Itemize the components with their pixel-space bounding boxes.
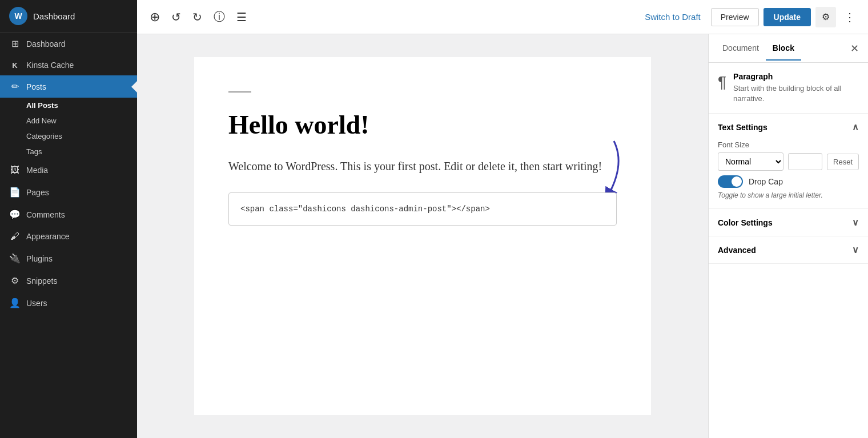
more-options-button[interactable]: ⋮ xyxy=(841,8,859,26)
sidebar-item-pages[interactable]: 📄 Pages xyxy=(0,181,137,203)
sidebar-item-media[interactable]: 🖼 Media xyxy=(0,159,137,181)
users-icon: 👤 xyxy=(9,298,21,308)
reset-font-size-button[interactable]: Reset xyxy=(827,154,859,170)
text-settings-header[interactable]: Text Settings ∧ xyxy=(709,114,868,140)
code-block[interactable]: <span class="dashicons dashicons-admin-p… xyxy=(228,192,617,226)
sidebar-item-label: Snippets xyxy=(26,276,57,286)
post-title[interactable]: Hello world! xyxy=(228,110,617,140)
tab-document[interactable]: Document xyxy=(716,37,766,61)
sidebar-item-snippets[interactable]: ⚙ Snippets xyxy=(0,270,137,292)
list-icon: ☰ xyxy=(236,10,247,24)
editor-content[interactable]: Hello world! Welcome to WordPress. This … xyxy=(194,57,651,415)
editor-area: Hello world! Welcome to WordPress. This … xyxy=(137,34,868,438)
sidebar: W Dashboard ⊞ Dashboard K Kinsta Cache ✏… xyxy=(0,0,137,438)
sidebar-item-dashboard[interactable]: ⊞ Dashboard xyxy=(0,33,137,55)
drop-cap-label: Drop Cap xyxy=(749,177,783,186)
media-icon: 🖼 xyxy=(9,165,21,175)
preview-button[interactable]: Preview xyxy=(711,8,759,26)
text-settings-title: Text Settings xyxy=(718,123,767,132)
posts-icon: ✏ xyxy=(9,81,21,92)
sidebar-item-label: Pages xyxy=(26,188,49,197)
advanced-chevron: ∨ xyxy=(852,244,859,255)
font-size-row: Normal Small Medium Large Huge Reset xyxy=(718,152,859,171)
sidebar-logo[interactable]: W Dashboard xyxy=(0,0,137,33)
drop-cap-toggle-row: Drop Cap xyxy=(718,175,859,188)
text-settings-chevron: ∧ xyxy=(852,122,859,132)
switch-to-draft-button[interactable]: Switch to Draft xyxy=(639,9,706,25)
drop-cap-toggle[interactable] xyxy=(718,175,743,188)
sidebar-item-comments[interactable]: 💬 Comments xyxy=(0,203,137,226)
color-settings-header[interactable]: Color Settings ∨ xyxy=(709,209,868,236)
advanced-header[interactable]: Advanced ∨ xyxy=(709,236,868,263)
block-info: ¶ Paragraph Start with the building bloc… xyxy=(709,63,868,114)
redo-button[interactable]: ↻ xyxy=(189,7,206,27)
block-name: Paragraph xyxy=(733,72,859,81)
submenu-categories[interactable]: Categories xyxy=(0,128,137,144)
block-description: Start with the building block of all nar… xyxy=(733,83,859,104)
sidebar-item-label: Plugins xyxy=(26,254,53,263)
info-icon: ⓘ xyxy=(214,9,225,25)
sidebar-item-plugins[interactable]: 🔌 Plugins xyxy=(0,247,137,270)
main-area: ⊕ ↺ ↻ ⓘ ☰ Switch to Draft Preview Update… xyxy=(137,0,868,438)
code-block-wrapper: <span class="dashicons dashicons-admin-p… xyxy=(228,192,617,226)
wp-logo-icon: W xyxy=(9,7,27,25)
toolbar: ⊕ ↺ ↻ ⓘ ☰ Switch to Draft Preview Update… xyxy=(137,0,868,34)
text-settings-body: Font Size Normal Small Medium Large Huge… xyxy=(709,140,868,208)
sidebar-logo-text: Dashboard xyxy=(33,11,75,21)
undo-icon: ↺ xyxy=(171,10,181,24)
undo-button[interactable]: ↺ xyxy=(168,7,184,27)
sidebar-item-label: Posts xyxy=(26,82,46,91)
block-info-text: Paragraph Start with the building block … xyxy=(733,72,859,104)
sidebar-item-appearance[interactable]: 🖌 Appearance xyxy=(0,226,137,247)
right-panel: Document Block ✕ ¶ Paragraph Start with … xyxy=(708,34,868,438)
dashboard-icon: ⊞ xyxy=(9,38,21,49)
toggle-slider xyxy=(718,175,743,188)
snippets-icon: ⚙ xyxy=(9,275,21,286)
color-settings-title: Color Settings xyxy=(718,218,773,227)
pages-icon: 📄 xyxy=(9,187,21,198)
gear-icon: ⚙ xyxy=(822,11,830,22)
font-size-label: Font Size xyxy=(718,140,859,149)
paragraph-icon: ¶ xyxy=(718,73,726,91)
advanced-section: Advanced ∨ xyxy=(709,236,868,264)
sidebar-item-label: Media xyxy=(26,166,48,175)
panel-close-button[interactable]: ✕ xyxy=(848,40,861,57)
tab-block[interactable]: Block xyxy=(766,37,801,61)
info-button[interactable]: ⓘ xyxy=(210,6,228,28)
submenu-add-new[interactable]: Add New xyxy=(0,113,137,128)
sidebar-item-label: Users xyxy=(26,299,47,308)
font-size-select[interactable]: Normal Small Medium Large Huge xyxy=(718,152,783,171)
posts-submenu: All Posts Add New Categories Tags xyxy=(0,98,137,159)
redo-icon: ↻ xyxy=(192,10,202,24)
font-size-input[interactable] xyxy=(788,153,822,170)
panel-tabs: Document Block ✕ xyxy=(709,34,868,63)
plugins-icon: 🔌 xyxy=(9,253,21,264)
editor-canvas[interactable]: Hello world! Welcome to WordPress. This … xyxy=(137,34,708,438)
color-settings-section: Color Settings ∨ xyxy=(709,209,868,236)
post-body[interactable]: Welcome to WordPress. This is your first… xyxy=(228,157,617,175)
kinsta-icon: K xyxy=(9,61,21,70)
submenu-all-posts[interactable]: All Posts xyxy=(0,98,137,113)
text-settings-section: Text Settings ∧ Font Size Normal Small M… xyxy=(709,114,868,209)
drop-cap-hint: Toggle to show a large initial letter. xyxy=(718,191,859,199)
add-block-button[interactable]: ⊕ xyxy=(146,6,163,28)
post-separator xyxy=(228,91,251,93)
advanced-title: Advanced xyxy=(718,246,756,255)
appearance-icon: 🖌 xyxy=(9,231,21,242)
submenu-tags[interactable]: Tags xyxy=(0,144,137,159)
more-icon: ⋮ xyxy=(844,11,855,23)
sidebar-item-label: Dashboard xyxy=(26,39,66,49)
sidebar-item-users[interactable]: 👤 Users xyxy=(0,292,137,314)
color-settings-chevron: ∨ xyxy=(852,217,859,228)
add-icon: ⊕ xyxy=(150,10,160,25)
update-button[interactable]: Update xyxy=(763,8,811,26)
settings-button[interactable]: ⚙ xyxy=(815,7,836,27)
sidebar-item-posts[interactable]: ✏ Posts xyxy=(0,75,137,98)
list-view-button[interactable]: ☰ xyxy=(233,7,250,27)
sidebar-item-kinsta-cache[interactable]: K Kinsta Cache xyxy=(0,55,137,75)
comments-icon: 💬 xyxy=(9,209,21,220)
sidebar-item-label: Kinsta Cache xyxy=(26,61,74,70)
sidebar-item-label: Comments xyxy=(26,210,65,219)
sidebar-item-label: Appearance xyxy=(26,232,70,241)
